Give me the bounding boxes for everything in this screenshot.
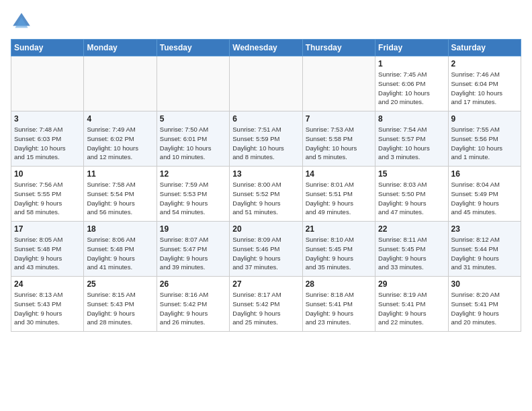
day-info: Sunrise: 8:01 AM Sunset: 5:51 PM Dayligh…	[306, 180, 372, 217]
calendar-cell: 23Sunrise: 8:12 AM Sunset: 5:44 PM Dayli…	[448, 222, 521, 277]
weekday-header: Sunday	[11, 40, 84, 56]
day-number: 21	[306, 224, 372, 234]
day-info: Sunrise: 8:05 AM Sunset: 5:48 PM Dayligh…	[14, 235, 81, 272]
calendar-cell: 4Sunrise: 7:49 AM Sunset: 6:02 PM Daylig…	[84, 111, 157, 167]
calendar-cell	[11, 56, 84, 111]
day-info: Sunrise: 8:03 AM Sunset: 5:50 PM Dayligh…	[378, 180, 445, 217]
calendar-cell: 18Sunrise: 8:06 AM Sunset: 5:48 PM Dayli…	[84, 222, 157, 277]
day-info: Sunrise: 8:07 AM Sunset: 5:47 PM Dayligh…	[160, 235, 226, 272]
day-info: Sunrise: 7:50 AM Sunset: 6:01 PM Dayligh…	[160, 125, 226, 162]
day-number: 17	[14, 224, 81, 234]
calendar-cell: 17Sunrise: 8:05 AM Sunset: 5:48 PM Dayli…	[11, 222, 84, 277]
day-number: 13	[232, 169, 299, 179]
calendar-week-row: 3Sunrise: 7:48 AM Sunset: 6:03 PM Daylig…	[11, 111, 521, 167]
calendar-cell: 16Sunrise: 8:04 AM Sunset: 5:49 PM Dayli…	[448, 167, 521, 222]
day-info: Sunrise: 7:53 AM Sunset: 5:58 PM Dayligh…	[306, 125, 372, 162]
day-info: Sunrise: 8:09 AM Sunset: 5:46 PM Dayligh…	[232, 235, 299, 272]
day-info: Sunrise: 7:46 AM Sunset: 6:04 PM Dayligh…	[451, 70, 518, 107]
day-number: 20	[232, 224, 299, 234]
day-info: Sunrise: 7:56 AM Sunset: 5:55 PM Dayligh…	[14, 180, 81, 217]
day-info: Sunrise: 7:49 AM Sunset: 6:02 PM Dayligh…	[87, 125, 153, 162]
calendar-cell: 10Sunrise: 7:56 AM Sunset: 5:55 PM Dayli…	[11, 167, 84, 222]
calendar-week-row: 17Sunrise: 8:05 AM Sunset: 5:48 PM Dayli…	[11, 222, 521, 277]
day-number: 25	[87, 279, 153, 289]
day-number: 10	[14, 169, 81, 179]
calendar-cell: 6Sunrise: 7:51 AM Sunset: 5:59 PM Daylig…	[230, 111, 302, 167]
calendar-cell	[157, 56, 229, 111]
day-info: Sunrise: 8:06 AM Sunset: 5:48 PM Dayligh…	[87, 235, 153, 272]
calendar-cell: 21Sunrise: 8:10 AM Sunset: 5:45 PM Dayli…	[302, 222, 375, 277]
day-info: Sunrise: 8:15 AM Sunset: 5:43 PM Dayligh…	[87, 290, 153, 327]
day-number: 5	[160, 114, 226, 124]
calendar-cell: 20Sunrise: 8:09 AM Sunset: 5:46 PM Dayli…	[230, 222, 302, 277]
day-number: 4	[87, 114, 153, 124]
calendar-cell: 29Sunrise: 8:19 AM Sunset: 5:41 PM Dayli…	[375, 277, 448, 332]
day-number: 2	[451, 59, 518, 68]
page-header	[11, 11, 521, 32]
calendar-cell	[84, 56, 157, 111]
day-number: 30	[451, 279, 518, 289]
day-number: 24	[14, 279, 81, 289]
calendar-cell: 2Sunrise: 7:46 AM Sunset: 6:04 PM Daylig…	[448, 56, 521, 111]
day-number: 28	[306, 279, 372, 289]
calendar-cell: 25Sunrise: 8:15 AM Sunset: 5:43 PM Dayli…	[84, 277, 157, 332]
day-number: 11	[87, 169, 153, 179]
calendar-table: SundayMondayTuesdayWednesdayThursdayFrid…	[11, 39, 521, 332]
calendar-cell	[230, 56, 302, 111]
calendar-cell: 13Sunrise: 8:00 AM Sunset: 5:52 PM Dayli…	[230, 167, 302, 222]
day-info: Sunrise: 7:59 AM Sunset: 5:53 PM Dayligh…	[160, 180, 226, 217]
calendar-cell: 22Sunrise: 8:11 AM Sunset: 5:45 PM Dayli…	[375, 222, 448, 277]
calendar-cell: 5Sunrise: 7:50 AM Sunset: 6:01 PM Daylig…	[157, 111, 229, 167]
day-info: Sunrise: 8:11 AM Sunset: 5:45 PM Dayligh…	[378, 235, 445, 272]
day-number: 9	[451, 114, 518, 124]
calendar-cell: 14Sunrise: 8:01 AM Sunset: 5:51 PM Dayli…	[302, 167, 375, 222]
calendar-cell: 12Sunrise: 7:59 AM Sunset: 5:53 PM Dayli…	[157, 167, 229, 222]
weekday-header: Friday	[375, 40, 448, 56]
day-info: Sunrise: 8:20 AM Sunset: 5:41 PM Dayligh…	[451, 290, 518, 327]
calendar-cell: 7Sunrise: 7:53 AM Sunset: 5:58 PM Daylig…	[302, 111, 375, 167]
day-info: Sunrise: 7:45 AM Sunset: 6:06 PM Dayligh…	[378, 70, 445, 107]
day-number: 6	[232, 114, 299, 124]
day-number: 1	[378, 59, 445, 68]
logo	[11, 11, 35, 32]
calendar-cell: 26Sunrise: 8:16 AM Sunset: 5:42 PM Dayli…	[157, 277, 229, 332]
day-number: 22	[378, 224, 445, 234]
day-info: Sunrise: 7:54 AM Sunset: 5:57 PM Dayligh…	[378, 125, 445, 162]
day-info: Sunrise: 8:12 AM Sunset: 5:44 PM Dayligh…	[451, 235, 518, 272]
day-number: 16	[451, 169, 518, 179]
day-info: Sunrise: 8:04 AM Sunset: 5:49 PM Dayligh…	[451, 180, 518, 217]
day-info: Sunrise: 7:58 AM Sunset: 5:54 PM Dayligh…	[87, 180, 153, 217]
calendar-week-row: 24Sunrise: 8:13 AM Sunset: 5:43 PM Dayli…	[11, 277, 521, 332]
calendar-cell: 28Sunrise: 8:18 AM Sunset: 5:41 PM Dayli…	[302, 277, 375, 332]
weekday-header: Wednesday	[230, 40, 302, 56]
weekday-header: Monday	[84, 40, 157, 56]
weekday-header: Thursday	[302, 40, 375, 56]
day-number: 8	[378, 114, 445, 124]
day-number: 27	[232, 279, 299, 289]
day-number: 15	[378, 169, 445, 179]
day-number: 7	[306, 114, 372, 124]
page-container: SundayMondayTuesdayWednesdayThursdayFrid…	[0, 0, 532, 340]
day-info: Sunrise: 8:13 AM Sunset: 5:43 PM Dayligh…	[14, 290, 81, 327]
calendar-week-row: 10Sunrise: 7:56 AM Sunset: 5:55 PM Dayli…	[11, 167, 521, 222]
day-number: 23	[451, 224, 518, 234]
calendar-header: SundayMondayTuesdayWednesdayThursdayFrid…	[11, 40, 521, 56]
calendar-week-row: 1Sunrise: 7:45 AM Sunset: 6:06 PM Daylig…	[11, 56, 521, 111]
day-info: Sunrise: 8:19 AM Sunset: 5:41 PM Dayligh…	[378, 290, 445, 327]
weekday-row: SundayMondayTuesdayWednesdayThursdayFrid…	[11, 40, 521, 56]
calendar-cell: 24Sunrise: 8:13 AM Sunset: 5:43 PM Dayli…	[11, 277, 84, 332]
calendar-cell: 27Sunrise: 8:17 AM Sunset: 5:42 PM Dayli…	[230, 277, 302, 332]
day-number: 19	[160, 224, 226, 234]
day-info: Sunrise: 8:16 AM Sunset: 5:42 PM Dayligh…	[160, 290, 226, 327]
calendar-body: 1Sunrise: 7:45 AM Sunset: 6:06 PM Daylig…	[11, 56, 521, 332]
calendar-cell: 3Sunrise: 7:48 AM Sunset: 6:03 PM Daylig…	[11, 111, 84, 167]
calendar-cell: 8Sunrise: 7:54 AM Sunset: 5:57 PM Daylig…	[375, 111, 448, 167]
calendar-cell: 1Sunrise: 7:45 AM Sunset: 6:06 PM Daylig…	[375, 56, 448, 111]
calendar-cell: 30Sunrise: 8:20 AM Sunset: 5:41 PM Dayli…	[448, 277, 521, 332]
calendar-cell: 9Sunrise: 7:55 AM Sunset: 5:56 PM Daylig…	[448, 111, 521, 167]
day-number: 29	[378, 279, 445, 289]
day-number: 12	[160, 169, 226, 179]
day-info: Sunrise: 8:00 AM Sunset: 5:52 PM Dayligh…	[232, 180, 299, 217]
calendar-cell: 19Sunrise: 8:07 AM Sunset: 5:47 PM Dayli…	[157, 222, 229, 277]
weekday-header: Saturday	[448, 40, 521, 56]
